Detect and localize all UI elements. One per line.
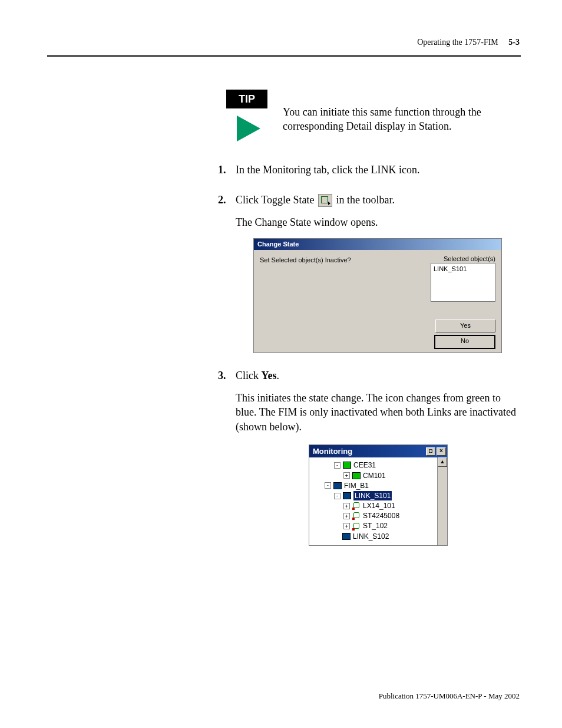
running-header: Operating the 1757-FIM 5-3 bbox=[417, 38, 520, 47]
tree-row-selected[interactable]: - LINK_S101 bbox=[313, 491, 436, 500]
change-state-dialog: Change State Set Selected object(s) Inac… bbox=[253, 238, 502, 353]
tree-row[interactable]: + LX14_101 bbox=[313, 501, 436, 510]
selected-objects-list[interactable]: LINK_S101 bbox=[431, 263, 495, 302]
module-icon bbox=[352, 472, 361, 479]
tip-block: TIP You can initiate this same function … bbox=[218, 90, 521, 141]
tip-badge: TIP bbox=[226, 90, 267, 108]
tree-label: LINK_S102 bbox=[353, 532, 389, 541]
step-2-text-a: Click Toggle State bbox=[236, 194, 314, 206]
scroll-up-icon[interactable]: ▲ bbox=[438, 457, 447, 467]
yes-button[interactable]: Yes bbox=[435, 319, 495, 332]
dialog-question: Set Selected object(s) Inactive? bbox=[260, 256, 351, 265]
monitoring-tree[interactable]: - CEE31 + CM101 bbox=[309, 457, 437, 545]
step-2-result: The Change State window opens. bbox=[236, 215, 521, 229]
collapse-icon[interactable]: - bbox=[334, 493, 340, 499]
step-1-text: In the Monitoring tab, click the LINK ic… bbox=[236, 164, 419, 176]
device-icon bbox=[352, 522, 361, 531]
no-button[interactable]: No bbox=[434, 335, 495, 349]
collapse-icon[interactable]: - bbox=[334, 462, 340, 469]
tree-row[interactable]: + CM101 bbox=[313, 471, 436, 480]
tree-label: FIM_B1 bbox=[344, 481, 369, 490]
tree-label: CEE31 bbox=[353, 460, 376, 470]
pin-icon[interactable]: ◘ bbox=[426, 447, 435, 456]
step-3-result: This initiates the state change. The ico… bbox=[236, 391, 521, 434]
tree-label: LINK_S101 bbox=[353, 491, 392, 500]
tree-label: LX14_101 bbox=[363, 501, 395, 510]
dialog-title-bar: Change State bbox=[254, 239, 501, 250]
tree-label: ST_102 bbox=[363, 521, 388, 531]
step-3-text-a: Click bbox=[236, 370, 262, 381]
selected-objects-label: Selected object(s) bbox=[444, 255, 495, 263]
device-icon bbox=[352, 512, 361, 520]
step-2: Click Toggle State in the toolbar. The C… bbox=[218, 193, 521, 353]
monitoring-window: Monitoring ◘ × - CEE31 bbox=[309, 444, 448, 546]
link-icon bbox=[343, 492, 351, 499]
step-2-text-b: in the toolbar. bbox=[336, 194, 394, 206]
page-number: 5-3 bbox=[508, 38, 520, 47]
tree-label: ST4245008 bbox=[363, 511, 399, 521]
expand-icon[interactable]: + bbox=[343, 503, 350, 509]
link-icon bbox=[342, 533, 351, 540]
fim-icon bbox=[333, 482, 342, 489]
collapse-icon[interactable]: - bbox=[325, 482, 331, 489]
expand-icon[interactable]: + bbox=[343, 523, 350, 529]
expand-icon[interactable]: + bbox=[343, 472, 350, 479]
expand-icon[interactable]: + bbox=[343, 513, 350, 519]
toggle-state-icon bbox=[318, 194, 332, 207]
monitoring-title: Monitoring bbox=[313, 446, 352, 457]
device-icon bbox=[352, 502, 361, 510]
tip-text: You can initiate this same function thro… bbox=[283, 90, 521, 134]
step-3-text-b: . bbox=[277, 370, 280, 381]
publication-footer: Publication 1757-UM006A-EN-P - May 2002 bbox=[379, 691, 520, 701]
step-3-bold: Yes bbox=[262, 370, 277, 381]
tree-label: CM101 bbox=[363, 471, 386, 480]
scrollbar[interactable]: ▲ bbox=[437, 457, 447, 545]
header-rule bbox=[47, 55, 521, 57]
step-1: In the Monitoring tab, click the LINK ic… bbox=[218, 163, 521, 177]
tree-row[interactable]: + ST_102 bbox=[313, 521, 436, 531]
section-title: Operating the 1757-FIM bbox=[417, 38, 498, 47]
tree-row[interactable]: + ST4245008 bbox=[313, 511, 436, 521]
close-icon[interactable]: × bbox=[437, 447, 446, 456]
tip-arrow-icon bbox=[237, 116, 260, 141]
tree-row[interactable]: - CEE31 bbox=[313, 460, 436, 470]
monitoring-title-bar: Monitoring ◘ × bbox=[309, 445, 447, 458]
selected-object-item: LINK_S101 bbox=[434, 265, 467, 272]
tree-row[interactable]: LINK_S102 bbox=[313, 532, 436, 541]
cee-icon bbox=[343, 462, 351, 469]
step-3: Click Yes. This initiates the state chan… bbox=[218, 368, 521, 546]
tree-row[interactable]: - FIM_B1 bbox=[313, 481, 436, 490]
